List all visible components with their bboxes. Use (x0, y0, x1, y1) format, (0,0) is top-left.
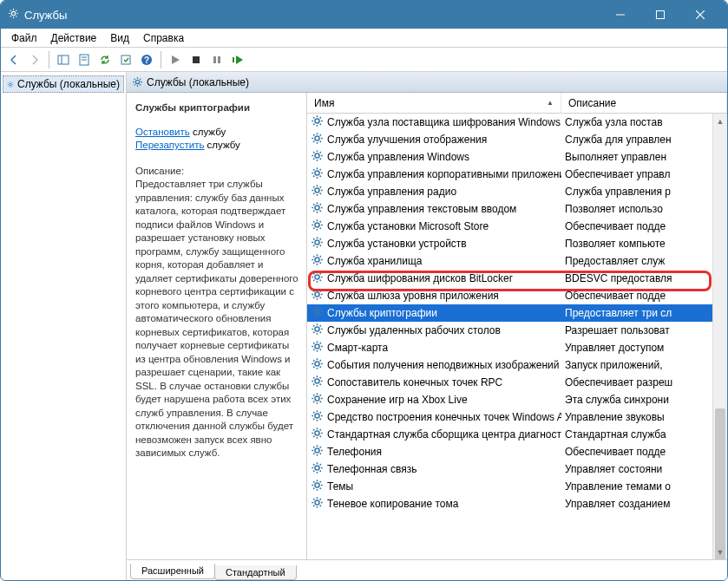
service-row[interactable]: Теневое копирование томаУправляет создан… (307, 495, 727, 512)
gear-icon (311, 323, 324, 338)
refresh-button[interactable] (95, 50, 115, 69)
service-name-cell: Служба хранилища (327, 255, 423, 267)
service-row[interactable]: Службы удаленных рабочих столовРазрешает… (307, 322, 727, 339)
minimize-button[interactable] (600, 1, 640, 29)
service-row[interactable]: Стандартная служба сборщика центра диагн… (307, 426, 727, 443)
close-button[interactable] (680, 1, 720, 29)
help-button[interactable]: ? (137, 50, 156, 69)
gear-icon (311, 132, 324, 147)
vertical-scrollbar[interactable]: ▲ ▼ (712, 114, 727, 559)
pause-button[interactable] (207, 50, 226, 69)
service-name-cell: Служба управления радио (327, 186, 456, 198)
tab-extended[interactable]: Расширенный (130, 564, 215, 579)
column-name[interactable]: Имя ▲ (307, 93, 561, 113)
maximize-button[interactable] (640, 1, 680, 29)
service-row[interactable]: Телефонная связьУправляет состояни (307, 460, 727, 478)
service-desc-cell: Обеспечивает управл (561, 168, 727, 180)
service-desc-cell: Управление звуковы (561, 411, 727, 423)
start-button[interactable] (166, 50, 185, 69)
service-row[interactable]: Служба установки Microsoft StoreОбеспечи… (307, 218, 727, 235)
service-row[interactable]: Служба улучшения отображенияСлужба для у… (307, 131, 727, 148)
service-desc-cell: BDESVC предоставля (561, 272, 727, 284)
scroll-down-icon[interactable]: ▼ (713, 545, 727, 559)
service-row[interactable]: Смарт-картаУправляет доступом (307, 339, 727, 356)
service-desc-cell: Служба узла постав (561, 116, 727, 128)
service-name-cell: Служба улучшения отображения (327, 134, 487, 146)
service-name-cell: Службы удаленных рабочих столов (327, 324, 501, 336)
properties-button[interactable] (75, 50, 94, 69)
svg-point-33 (315, 362, 319, 366)
service-desc-cell: Позволяет компьюте (561, 238, 727, 250)
service-desc-cell: Обеспечивает подде (561, 290, 727, 302)
svg-point-37 (315, 431, 319, 435)
service-row[interactable]: ТелефонияОбеспечивает подде (307, 443, 727, 460)
service-desc-cell: Служба управления р (561, 186, 727, 198)
svg-point-38 (315, 448, 319, 453)
back-button[interactable] (4, 50, 23, 69)
service-name-cell: Сопоставитель конечных точек RPC (327, 376, 502, 388)
restart-button[interactable] (228, 50, 247, 69)
service-row[interactable]: Служба управления радиоСлужба управления… (307, 183, 727, 200)
service-row[interactable]: Служба хранилищаПредоставляет служ (307, 252, 727, 270)
show-hide-button[interactable] (54, 50, 73, 69)
svg-rect-5 (58, 55, 69, 64)
service-desc-cell: Стандартная служба (561, 428, 727, 441)
scroll-up-icon[interactable]: ▲ (713, 114, 727, 128)
service-row[interactable]: Служба шлюза уровня приложенияОбеспечива… (307, 287, 727, 304)
service-name-cell: Телефония (327, 446, 382, 458)
gear-icon (311, 149, 324, 165)
service-name-cell: Смарт-карта (327, 342, 388, 354)
restart-link[interactable]: Перезапустить (135, 140, 204, 150)
service-row[interactable]: Служба шифрования дисков BitLockerBDESVC… (307, 270, 727, 287)
menu-action[interactable]: Действие (44, 30, 104, 46)
service-name-cell: Телефонная связь (327, 463, 416, 475)
content-header-label: Службы (локальные) (147, 76, 249, 88)
gear-icon (311, 305, 324, 321)
tree-root-item[interactable]: Службы (локальные) (3, 75, 124, 93)
svg-point-27 (315, 258, 319, 262)
service-desc-cell: Управляет состояни (561, 463, 727, 475)
svg-point-28 (315, 275, 319, 279)
menu-file[interactable]: Файл (4, 30, 44, 46)
service-row[interactable]: Служба установки устройствПозволяет комп… (307, 235, 727, 252)
menu-view[interactable]: Вид (103, 30, 136, 46)
svg-rect-10 (121, 55, 130, 64)
service-row[interactable]: Служба узла поставщика шифрования Window… (307, 114, 727, 131)
column-description[interactable]: Описание (561, 93, 727, 113)
stop-button[interactable] (187, 50, 206, 69)
export-button[interactable] (116, 50, 135, 69)
menu-help[interactable]: Справка (136, 30, 191, 46)
window-title: Службы (24, 9, 67, 22)
service-name-cell: Служба шлюза уровня приложения (327, 290, 499, 302)
service-row[interactable]: Средство построения конечных точек Windo… (307, 408, 727, 426)
service-row[interactable]: События получения неподвижных изображени… (307, 356, 727, 374)
description-text: Предоставляет три службы управления: слу… (135, 178, 299, 460)
service-row[interactable]: Сохранение игр на Xbox LiveЭта служба си… (307, 391, 727, 408)
tab-standard[interactable]: Стандартный (214, 565, 297, 580)
service-row[interactable]: Служба управления текстовым вводомПозвол… (307, 200, 727, 218)
app-icon (8, 8, 19, 22)
description-label: Описание: (135, 165, 299, 179)
service-desc-cell: Предоставляет три сл (561, 307, 727, 319)
title-bar: Службы (1, 1, 727, 29)
service-desc-cell: Запуск приложений, (561, 359, 727, 371)
service-row[interactable]: Службы криптографииПредоставляет три сл (307, 304, 727, 322)
service-row[interactable]: Служба управления WindowsВыполняет управ… (307, 148, 727, 166)
service-name-cell: Темы (327, 480, 353, 493)
gear-icon (311, 461, 324, 477)
gear-icon (311, 271, 324, 286)
service-name-cell: Сохранение игр на Xbox Live (327, 394, 468, 406)
forward-button[interactable] (25, 50, 44, 69)
svg-point-40 (315, 483, 319, 487)
service-name-cell: Теневое копирование тома (327, 498, 458, 510)
service-row[interactable]: ТемыУправление темами о (307, 478, 727, 495)
service-desc-cell: Предоставляет служ (561, 255, 727, 267)
service-row[interactable]: Служба управления корпоративными приложе… (307, 166, 727, 183)
gear-icon (311, 288, 324, 304)
scroll-thumb[interactable] (715, 408, 725, 559)
stop-link[interactable]: Остановить (135, 127, 190, 137)
service-name-cell: Служба шифрования дисков BitLocker (327, 272, 513, 284)
service-row[interactable]: Сопоставитель конечных точек RPCОбеспечи… (307, 374, 727, 391)
gear-icon (311, 201, 324, 217)
svg-point-32 (315, 344, 319, 349)
